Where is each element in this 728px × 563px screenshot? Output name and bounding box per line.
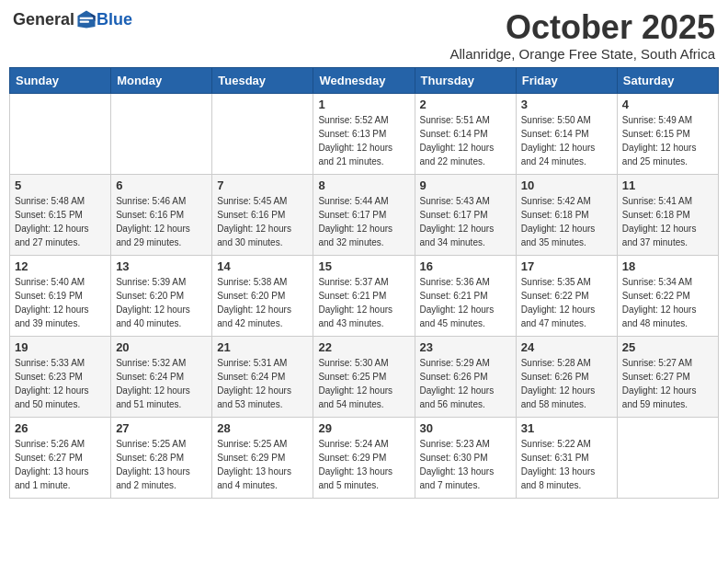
day-number: 14 <box>217 259 308 273</box>
day-number: 8 <box>318 178 409 192</box>
day-number: 9 <box>420 178 511 192</box>
day-info: Sunrise: 5:51 AM Sunset: 6:14 PM Dayligh… <box>420 113 511 168</box>
day-info: Sunrise: 5:25 AM Sunset: 6:29 PM Dayligh… <box>217 437 308 492</box>
calendar-cell: 30Sunrise: 5:23 AM Sunset: 6:30 PM Dayli… <box>415 417 516 498</box>
day-info: Sunrise: 5:33 AM Sunset: 6:23 PM Dayligh… <box>15 356 106 411</box>
subtitle: Allanridge, Orange Free State, South Afr… <box>450 46 716 62</box>
day-number: 19 <box>15 340 106 354</box>
calendar-cell: 21Sunrise: 5:31 AM Sunset: 6:24 PM Dayli… <box>212 336 313 417</box>
day-number: 23 <box>420 340 511 354</box>
calendar-cell: 10Sunrise: 5:42 AM Sunset: 6:18 PM Dayli… <box>516 174 617 255</box>
calendar-cell: 31Sunrise: 5:22 AM Sunset: 6:31 PM Dayli… <box>516 417 617 498</box>
calendar-cell: 18Sunrise: 5:34 AM Sunset: 6:22 PM Dayli… <box>617 255 718 336</box>
day-number: 18 <box>622 259 713 273</box>
calendar-table: SundayMondayTuesdayWednesdayThursdayFrid… <box>9 67 719 499</box>
day-number: 20 <box>116 340 207 354</box>
calendar-cell: 23Sunrise: 5:29 AM Sunset: 6:26 PM Dayli… <box>415 336 516 417</box>
calendar-cell: 1Sunrise: 5:52 AM Sunset: 6:13 PM Daylig… <box>313 93 415 174</box>
day-number: 3 <box>521 98 612 111</box>
day-info: Sunrise: 5:40 AM Sunset: 6:19 PM Dayligh… <box>15 275 106 330</box>
calendar-cell: 8Sunrise: 5:44 AM Sunset: 6:17 PM Daylig… <box>313 174 415 255</box>
day-info: Sunrise: 5:34 AM Sunset: 6:22 PM Dayligh… <box>622 275 713 330</box>
calendar-cell: 22Sunrise: 5:30 AM Sunset: 6:25 PM Dayli… <box>313 336 415 417</box>
day-info: Sunrise: 5:37 AM Sunset: 6:21 PM Dayligh… <box>318 275 409 330</box>
day-info: Sunrise: 5:32 AM Sunset: 6:24 PM Dayligh… <box>116 356 207 411</box>
calendar-cell: 3Sunrise: 5:50 AM Sunset: 6:14 PM Daylig… <box>516 93 617 174</box>
calendar-week-3: 12Sunrise: 5:40 AM Sunset: 6:19 PM Dayli… <box>10 255 719 336</box>
calendar-cell: 27Sunrise: 5:25 AM Sunset: 6:28 PM Dayli… <box>111 417 212 498</box>
day-info: Sunrise: 5:46 AM Sunset: 6:16 PM Dayligh… <box>116 194 207 249</box>
logo-blue-text: Blue <box>97 10 132 29</box>
calendar-cell: 7Sunrise: 5:45 AM Sunset: 6:16 PM Daylig… <box>212 174 313 255</box>
calendar-cell: 5Sunrise: 5:48 AM Sunset: 6:15 PM Daylig… <box>10 174 111 255</box>
title-section: October 2025 Allanridge, Orange Free Sta… <box>450 9 716 62</box>
day-info: Sunrise: 5:30 AM Sunset: 6:25 PM Dayligh… <box>318 356 409 411</box>
day-number: 31 <box>521 421 612 435</box>
svg-rect-2 <box>80 17 94 19</box>
calendar-cell: 29Sunrise: 5:24 AM Sunset: 6:29 PM Dayli… <box>313 417 415 498</box>
calendar-cell: 9Sunrise: 5:43 AM Sunset: 6:17 PM Daylig… <box>415 174 516 255</box>
weekday-header-wednesday: Wednesday <box>313 67 415 93</box>
calendar-cell <box>212 93 313 174</box>
calendar-cell: 12Sunrise: 5:40 AM Sunset: 6:19 PM Dayli… <box>10 255 111 336</box>
day-number: 10 <box>521 178 612 192</box>
svg-rect-3 <box>80 20 89 22</box>
day-number: 11 <box>622 178 713 192</box>
day-number: 30 <box>420 421 511 435</box>
day-info: Sunrise: 5:38 AM Sunset: 6:20 PM Dayligh… <box>217 275 308 330</box>
day-number: 12 <box>15 259 106 273</box>
day-info: Sunrise: 5:27 AM Sunset: 6:27 PM Dayligh… <box>622 356 713 411</box>
day-number: 26 <box>15 421 106 435</box>
calendar-cell <box>111 93 212 174</box>
calendar-cell: 25Sunrise: 5:27 AM Sunset: 6:27 PM Dayli… <box>617 336 718 417</box>
day-info: Sunrise: 5:25 AM Sunset: 6:28 PM Dayligh… <box>116 437 207 492</box>
calendar-cell: 11Sunrise: 5:41 AM Sunset: 6:18 PM Dayli… <box>617 174 718 255</box>
day-info: Sunrise: 5:28 AM Sunset: 6:26 PM Dayligh… <box>521 356 612 411</box>
day-number: 15 <box>318 259 409 273</box>
day-number: 7 <box>217 178 308 192</box>
day-number: 21 <box>217 340 308 354</box>
day-info: Sunrise: 5:52 AM Sunset: 6:13 PM Dayligh… <box>318 113 409 168</box>
day-info: Sunrise: 5:31 AM Sunset: 6:24 PM Dayligh… <box>217 356 308 411</box>
day-number: 4 <box>622 98 713 111</box>
month-title: October 2025 <box>450 9 716 46</box>
day-info: Sunrise: 5:22 AM Sunset: 6:31 PM Dayligh… <box>521 437 612 492</box>
day-info: Sunrise: 5:48 AM Sunset: 6:15 PM Dayligh… <box>15 194 106 249</box>
calendar-week-4: 19Sunrise: 5:33 AM Sunset: 6:23 PM Dayli… <box>10 336 719 417</box>
calendar-cell: 26Sunrise: 5:26 AM Sunset: 6:27 PM Dayli… <box>10 417 111 498</box>
day-number: 2 <box>420 98 511 111</box>
calendar-cell: 13Sunrise: 5:39 AM Sunset: 6:20 PM Dayli… <box>111 255 212 336</box>
day-number: 28 <box>217 421 308 435</box>
day-info: Sunrise: 5:35 AM Sunset: 6:22 PM Dayligh… <box>521 275 612 330</box>
calendar-week-1: 1Sunrise: 5:52 AM Sunset: 6:13 PM Daylig… <box>10 93 719 174</box>
day-info: Sunrise: 5:39 AM Sunset: 6:20 PM Dayligh… <box>116 275 207 330</box>
calendar-cell: 15Sunrise: 5:37 AM Sunset: 6:21 PM Dayli… <box>313 255 415 336</box>
page-header: General Blue October 2025 Allanridge, Or… <box>9 9 719 62</box>
day-info: Sunrise: 5:44 AM Sunset: 6:17 PM Dayligh… <box>318 194 409 249</box>
calendar-cell: 4Sunrise: 5:49 AM Sunset: 6:15 PM Daylig… <box>617 93 718 174</box>
calendar-cell <box>10 93 111 174</box>
day-info: Sunrise: 5:42 AM Sunset: 6:18 PM Dayligh… <box>521 194 612 249</box>
day-number: 13 <box>116 259 207 273</box>
logo-general-text: General <box>13 10 74 29</box>
day-number: 29 <box>318 421 409 435</box>
weekday-header-monday: Monday <box>111 67 212 93</box>
calendar-cell: 24Sunrise: 5:28 AM Sunset: 6:26 PM Dayli… <box>516 336 617 417</box>
calendar-cell: 14Sunrise: 5:38 AM Sunset: 6:20 PM Dayli… <box>212 255 313 336</box>
calendar-cell: 17Sunrise: 5:35 AM Sunset: 6:22 PM Dayli… <box>516 255 617 336</box>
day-number: 22 <box>318 340 409 354</box>
day-number: 24 <box>521 340 612 354</box>
day-number: 1 <box>318 98 409 111</box>
calendar-cell <box>617 417 718 498</box>
day-number: 6 <box>116 178 207 192</box>
calendar-cell: 19Sunrise: 5:33 AM Sunset: 6:23 PM Dayli… <box>10 336 111 417</box>
day-info: Sunrise: 5:36 AM Sunset: 6:21 PM Dayligh… <box>420 275 511 330</box>
logo-icon <box>76 9 97 29</box>
day-info: Sunrise: 5:50 AM Sunset: 6:14 PM Dayligh… <box>521 113 612 168</box>
weekday-header-thursday: Thursday <box>415 67 516 93</box>
calendar-cell: 20Sunrise: 5:32 AM Sunset: 6:24 PM Dayli… <box>111 336 212 417</box>
day-info: Sunrise: 5:26 AM Sunset: 6:27 PM Dayligh… <box>15 437 106 492</box>
day-number: 17 <box>521 259 612 273</box>
weekday-header-tuesday: Tuesday <box>212 67 313 93</box>
weekday-header-sunday: Sunday <box>10 67 111 93</box>
